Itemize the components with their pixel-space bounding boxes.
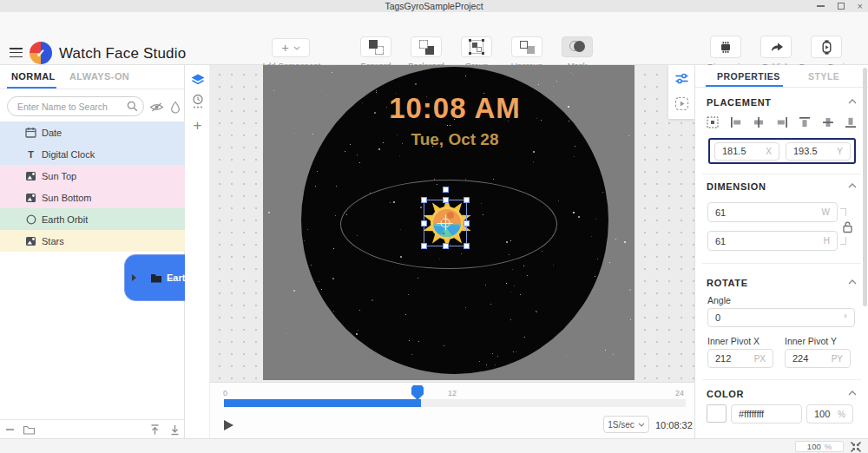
- color-hex-field[interactable]: #ffffffff: [731, 404, 802, 423]
- pivot-crosshair[interactable]: [441, 219, 450, 228]
- timeline-thumb[interactable]: [411, 385, 424, 400]
- angle-field[interactable]: 0 °: [707, 308, 855, 327]
- eye-off-icon[interactable]: [149, 102, 164, 113]
- resize-handle[interactable]: [421, 243, 427, 249]
- collapse-rotate-icon[interactable]: [848, 279, 857, 285]
- watchface-date[interactable]: Tue, Oct 28: [301, 130, 608, 149]
- star: [317, 171, 318, 172]
- layer-row-sun-top[interactable]: Sun Top: [0, 165, 185, 187]
- menu-icon[interactable]: [10, 48, 23, 60]
- layer-row-sun-bottom[interactable]: Sun Bottom: [0, 187, 185, 208]
- collapse-color-icon[interactable]: [848, 391, 857, 396]
- layers-icon[interactable]: [185, 73, 210, 88]
- align-center-icon[interactable]: [707, 116, 719, 128]
- diagnosis-button[interactable]: [710, 36, 741, 58]
- group-button[interactable]: [461, 36, 492, 57]
- selection-box[interactable]: [424, 200, 467, 246]
- watchface-dial[interactable]: 10:08 AM Tue, Oct 28: [301, 67, 608, 374]
- resize-handle[interactable]: [464, 243, 470, 249]
- design-canvas[interactable]: 10:08 AM Tue, Oct 28: [210, 65, 694, 382]
- resize-handle[interactable]: [443, 197, 449, 203]
- paint-drop-icon[interactable]: [170, 101, 181, 114]
- tune-icon[interactable]: [668, 72, 694, 85]
- inner-pivot-y-value: 224: [792, 353, 808, 364]
- new-group-folder-icon[interactable]: [23, 424, 36, 436]
- star: [372, 299, 373, 301]
- resize-handle[interactable]: [464, 197, 470, 203]
- x-position-field[interactable]: 181.5 X: [714, 142, 779, 161]
- star: [286, 333, 286, 334]
- y-position-field[interactable]: 193.5 Y: [786, 142, 851, 161]
- expand-triangle-icon[interactable]: [132, 274, 136, 281]
- group-icon: [470, 40, 483, 54]
- tab-normal[interactable]: NORMAL: [11, 71, 56, 82]
- align-h-center-icon[interactable]: [753, 116, 765, 128]
- timeline-track[interactable]: [224, 399, 686, 407]
- add-component-button[interactable]: +: [272, 38, 310, 57]
- star: [399, 155, 400, 156]
- maximize-icon[interactable]: [838, 3, 845, 10]
- minimize-icon[interactable]: [817, 5, 825, 7]
- color-opacity-field[interactable]: 100 %: [806, 404, 853, 423]
- watchface-stage[interactable]: 10:08 AM Tue, Oct 28: [263, 65, 635, 380]
- color-swatch[interactable]: [707, 404, 727, 423]
- search-input[interactable]: [7, 96, 144, 116]
- plus-icon[interactable]: +: [185, 117, 210, 135]
- inner-pivot-y-field[interactable]: 224 PY: [785, 349, 851, 368]
- play-button[interactable]: [224, 420, 233, 430]
- angle-value: 0: [715, 312, 720, 323]
- fit-screen-icon[interactable]: [850, 441, 862, 453]
- star: [595, 219, 596, 220]
- star: [405, 314, 406, 315]
- panel-scrollbar[interactable]: [863, 68, 867, 306]
- lock-open-icon[interactable]: [842, 220, 853, 233]
- lock-link-top: [840, 208, 846, 216]
- chevron-down-icon: [638, 423, 645, 427]
- playback-speed-dropdown[interactable]: 1S/sec: [603, 416, 649, 433]
- star: [553, 265, 554, 266]
- resize-handle[interactable]: [421, 197, 427, 203]
- preview-icon[interactable]: [668, 96, 694, 111]
- move-to-bottom-icon[interactable]: [169, 423, 181, 436]
- star: [307, 229, 308, 230]
- collapse-dimension-icon[interactable]: [848, 183, 857, 188]
- align-v-center-icon[interactable]: [822, 116, 834, 128]
- resize-handle[interactable]: [421, 220, 427, 226]
- run-on-device-button[interactable]: [811, 36, 842, 58]
- folder-icon: [149, 272, 162, 283]
- layer-row-digital-clock[interactable]: T Digital Clock: [0, 143, 185, 165]
- collapse-placement-icon[interactable]: [848, 99, 857, 104]
- star: [293, 290, 295, 292]
- tab-style[interactable]: STYLE: [808, 71, 839, 82]
- layer-row-stars[interactable]: Stars: [0, 230, 185, 252]
- collapse-icon[interactable]: [6, 429, 14, 430]
- resize-handle[interactable]: [464, 220, 470, 226]
- backward-button[interactable]: [411, 36, 442, 57]
- resize-handle[interactable]: [443, 243, 449, 249]
- zoom-level-field[interactable]: 100 %: [795, 441, 844, 452]
- align-bottom-icon[interactable]: [845, 116, 857, 128]
- width-field[interactable]: 61 W: [707, 202, 838, 222]
- publish-button[interactable]: [760, 36, 792, 58]
- star: [533, 151, 535, 153]
- angle-label: Angle: [707, 295, 731, 305]
- star: [319, 281, 319, 282]
- sidebar-footer: [0, 419, 184, 438]
- rotate-handle[interactable]: [443, 187, 449, 193]
- mask-button[interactable]: [562, 36, 593, 57]
- history-icon[interactable]: [185, 94, 210, 111]
- height-field[interactable]: 61 H: [707, 231, 838, 251]
- star: [315, 186, 316, 187]
- align-top-icon[interactable]: [799, 116, 811, 128]
- align-left-icon[interactable]: [730, 116, 742, 128]
- layer-row-date[interactable]: Date: [0, 121, 185, 143]
- tab-always-on[interactable]: ALWAYS-ON: [69, 71, 129, 82]
- tab-properties[interactable]: PROPERTIES: [717, 71, 780, 82]
- layer-row-earth-orbit[interactable]: Earth Orbit: [0, 208, 185, 230]
- close-icon[interactable]: ×: [858, 2, 863, 10]
- move-to-top-icon[interactable]: [149, 423, 161, 436]
- forward-button[interactable]: [360, 36, 391, 57]
- align-right-icon[interactable]: [776, 116, 788, 128]
- inner-pivot-x-field[interactable]: 212 PX: [707, 349, 773, 368]
- ungroup-button[interactable]: [511, 36, 542, 57]
